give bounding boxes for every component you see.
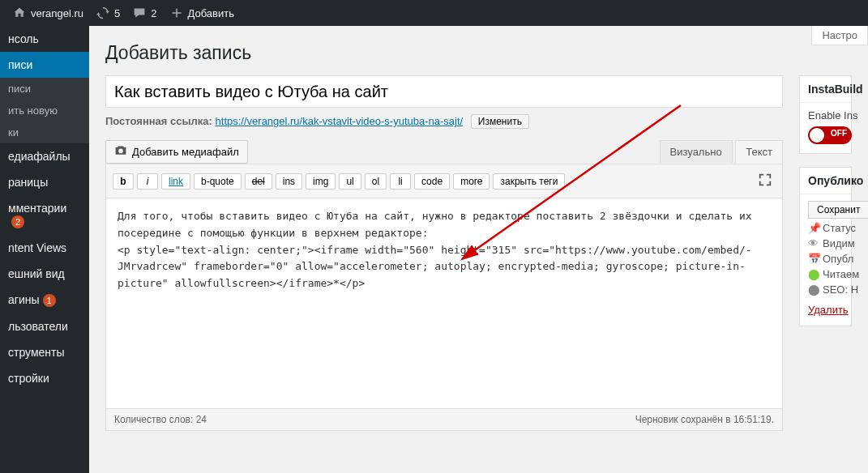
add-media-button[interactable]: Добавить медиафайл [105, 140, 248, 164]
topbar-updates[interactable]: 5 [90, 0, 126, 26]
instabuilder-enable-label: Enable Ins [808, 109, 843, 121]
publish-box: Опублико Сохранит 📌Статус 👁Видим 📅Опубл … [799, 167, 852, 326]
topbar-site[interactable]: verangel.ru [6, 0, 90, 26]
publish-readability: Читаем [823, 268, 859, 280]
qt-li[interactable]: li [390, 173, 411, 190]
post-title-input[interactable] [105, 75, 783, 108]
sidebar-item[interactable]: льзователи [0, 313, 89, 339]
qt-b[interactable]: b [113, 173, 134, 190]
publish-visibility: Видим [823, 237, 855, 249]
publish-seo: SEO: Н [823, 283, 858, 296]
editor-status-bar: Количество слов: 24 Черновик сохранён в … [105, 409, 783, 431]
comments-count: 2 [151, 7, 156, 19]
page-title: Добавить запись [105, 42, 852, 64]
sidebar-item[interactable]: едиафайлы [0, 143, 89, 169]
updates-count: 5 [114, 7, 120, 19]
qt-i[interactable]: i [137, 173, 158, 190]
add-media-label: Добавить медиафайл [132, 146, 239, 158]
screen-options-tab[interactable]: Настро [811, 26, 868, 45]
update-badge: 1 [43, 294, 56, 307]
calendar-icon: 📅 [808, 253, 819, 265]
qt-del[interactable]: del [245, 173, 272, 190]
qt-закрыть-теги[interactable]: закрыть теги [493, 173, 565, 190]
permalink-label: Постоянная ссылка: [105, 115, 212, 127]
autosave-status: Черновик сохранён в 16:51:19. [635, 414, 774, 425]
permalink-url[interactable]: https://verangel.ru/kak-vstavit-video-s-… [216, 115, 464, 127]
permalink-row: Постоянная ссылка: https://verangel.ru/k… [105, 114, 783, 129]
instabuilder-title: InstaBuild [800, 76, 851, 103]
permalink-edit-button[interactable]: Изменить [471, 114, 529, 129]
publish-title: Опублико [800, 168, 851, 194]
qt-code[interactable]: code [414, 173, 450, 190]
home-icon [13, 6, 26, 19]
yoast-readability-icon: ⬤ [808, 268, 819, 280]
toggle-off-label: OFF [831, 129, 847, 138]
admin-sidebar: нсольписиписиить новуюкиедиафайлыраницым… [0, 26, 89, 473]
sidebar-sub-item[interactable]: писи [0, 78, 89, 100]
sidebar-item[interactable]: стройки [0, 365, 89, 391]
sidebar-item[interactable]: нсоль [0, 26, 89, 52]
word-count: Количество слов: 24 [114, 414, 207, 425]
topbar-add[interactable]: Добавить [164, 0, 241, 26]
sidebar-item[interactable]: ешний вид [0, 261, 89, 287]
qt-b-quote[interactable]: b-quote [194, 173, 242, 190]
sidebar-sub-item[interactable]: ки [0, 121, 89, 143]
comment-icon [133, 6, 146, 19]
camera-icon [114, 144, 127, 160]
sidebar-item[interactable]: раницы [0, 169, 89, 195]
update-icon [96, 6, 109, 19]
qt-ol[interactable]: ol [365, 173, 387, 190]
sidebar-item[interactable]: писи [0, 52, 89, 78]
qt-img[interactable]: img [306, 173, 336, 190]
yoast-seo-icon: ⬤ [808, 283, 819, 296]
save-draft-button[interactable]: Сохранит [808, 201, 868, 219]
main-content: Настро Добавить запись Постоянная ссылка… [89, 26, 868, 473]
update-badge: 2 [11, 215, 24, 228]
tab-visual[interactable]: Визуально [660, 140, 733, 163]
qt-ul[interactable]: ul [339, 173, 361, 190]
fullscreen-icon[interactable] [755, 169, 776, 193]
admin-topbar: verangel.ru 5 2 Добавить [0, 0, 868, 26]
publish-schedule: Опубл [823, 253, 853, 265]
sidebar-item[interactable]: агины1 [0, 287, 89, 313]
plus-icon [170, 6, 183, 19]
topbar-comments[interactable]: 2 [126, 0, 163, 26]
eye-icon: 👁 [808, 237, 819, 249]
qt-ins[interactable]: ins [276, 173, 302, 190]
qt-more[interactable]: more [453, 173, 490, 190]
instabuilder-box: InstaBuild Enable Ins OFF [799, 75, 852, 154]
site-name: verangel.ru [31, 7, 83, 19]
instabuilder-toggle[interactable]: OFF [808, 126, 852, 144]
publish-status: Статус [823, 222, 856, 234]
sidebar-item[interactable]: ntent Views [0, 235, 89, 261]
tab-text[interactable]: Текст [735, 140, 783, 164]
sidebar-item[interactable]: мментарии2 [0, 195, 89, 235]
delete-link[interactable]: Удалить [808, 304, 849, 316]
sidebar-sub-item[interactable]: ить новую [0, 100, 89, 121]
pin-icon: 📌 [808, 222, 819, 234]
sidebar-item[interactable]: струменты [0, 339, 89, 365]
qt-link[interactable]: link [161, 173, 190, 190]
content-editor-wrap [105, 198, 783, 409]
add-label: Добавить [188, 7, 234, 19]
quicktags-toolbar: bilinkb-quotedelinsimgulollicodemoreзакр… [105, 164, 783, 198]
content-textarea[interactable] [106, 198, 782, 406]
editor-mode-tabs: Визуально Текст [660, 140, 783, 163]
